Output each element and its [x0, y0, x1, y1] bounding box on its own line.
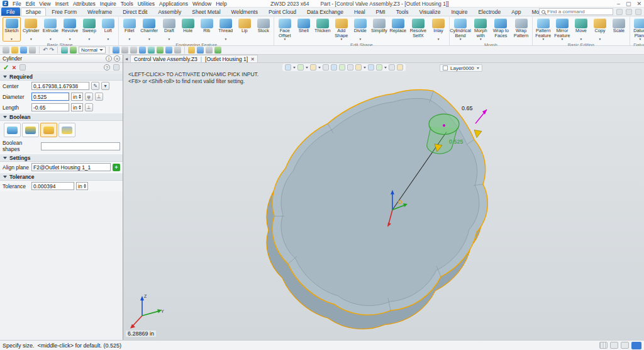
align-plane-input[interactable] [31, 163, 111, 171]
ok-button[interactable]: ✓ [3, 64, 9, 71]
visibility-icon[interactable] [368, 64, 374, 71]
section-view-icon[interactable] [174, 47, 181, 54]
tool-wrap-to-faces[interactable]: Wrap to Faces [491, 17, 511, 39]
info-icon[interactable]: i [106, 55, 112, 62]
tool-scale[interactable]: Scale [609, 17, 628, 39]
menu-insert[interactable]: Insert [55, 1, 69, 7]
layout-icon[interactable] [616, 9, 623, 15]
pan-icon[interactable] [130, 47, 137, 54]
units-indicator[interactable] [631, 342, 641, 349]
tool-add-shape[interactable]: Add Shape▾ [332, 17, 350, 42]
keyboard-icon[interactable] [599, 342, 608, 349]
tool-fillet[interactable]: Fillet▾ [120, 17, 138, 42]
color-swatch-icon[interactable] [188, 47, 195, 54]
tool-sweep[interactable]: Sweep▾ [80, 17, 98, 42]
tab-point-cloud[interactable]: Point Cloud [264, 8, 301, 16]
center-input[interactable] [31, 82, 89, 90]
phi-toggle-icon[interactable]: φ [85, 93, 93, 101]
tool-simplify[interactable]: Simplify [370, 17, 388, 39]
tab-weldments[interactable]: Weldments [226, 8, 263, 16]
boolean-add-button[interactable] [22, 123, 39, 137]
tool-morph-with-point[interactable]: Morph with Point▾ [471, 17, 491, 42]
menu-view[interactable]: View [39, 1, 50, 7]
tool-datum-plane[interactable]: Datum Plane▾ [631, 17, 644, 42]
zoom-fit-icon[interactable] [113, 47, 119, 54]
command-search[interactable] [539, 8, 613, 15]
spinner-icon[interactable] [79, 94, 81, 99]
menu-file[interactable]: File [13, 1, 21, 7]
tool-cylinder[interactable]: Cylinder▾ [21, 17, 41, 42]
rotate-view-icon[interactable] [139, 47, 146, 54]
tool-rib[interactable]: Rib [197, 17, 216, 39]
menu-attributes[interactable]: Attributes [73, 1, 96, 7]
tab-wireframe[interactable]: Wireframe [82, 8, 117, 16]
menu-edit[interactable]: Edit [26, 1, 35, 7]
render-style-icon[interactable] [376, 64, 382, 71]
tool-thicken[interactable]: Thicken [313, 17, 331, 39]
print-icon[interactable] [29, 47, 36, 54]
tab-tools[interactable]: Tools [391, 8, 414, 16]
minimize-button[interactable]: – [617, 1, 620, 7]
assembly-tab-label[interactable]: Control Valve Assembly.Z3 [134, 56, 197, 62]
open-file-icon[interactable] [11, 47, 18, 54]
help-icon[interactable] [626, 9, 632, 15]
tool-thread[interactable]: Thread▾ [216, 17, 235, 42]
options-icon[interactable]: ≡ [114, 55, 120, 62]
tool-wrap-pattern-to-faces[interactable]: Wrap Pattern to Faces [511, 17, 531, 39]
tab-data-exchange[interactable]: Data Exchange [302, 8, 348, 16]
boolean-remove-button[interactable] [40, 123, 57, 137]
section-boolean[interactable]: Boolean [0, 113, 123, 121]
filter-icon[interactable] [70, 47, 77, 54]
add-plane-icon[interactable]: + [113, 164, 120, 171]
pin-dialog-icon[interactable] [113, 64, 119, 71]
tab-visualize[interactable]: Visualize [414, 8, 446, 16]
direction-icon[interactable]: ⊥ [85, 103, 93, 111]
layer-selector[interactable]: Layer0000 [440, 64, 482, 72]
tool-hole[interactable]: Hole [179, 17, 197, 39]
spinner-icon[interactable] [79, 105, 81, 110]
shade-mode-icon[interactable] [157, 47, 164, 54]
tool-extrude[interactable]: Extrude▾ [42, 17, 60, 42]
diameter-input[interactable] [31, 93, 69, 101]
section-tolerance[interactable]: Tolerance [0, 172, 123, 181]
tool-inlay[interactable]: Inlay▾ [430, 17, 448, 42]
view-cube-icon[interactable] [323, 64, 329, 71]
snap-icon[interactable] [214, 47, 221, 54]
pan-view-icon[interactable] [347, 64, 353, 71]
tool-revolve[interactable]: Revolve▾ [60, 17, 79, 42]
tab-heal[interactable]: Heal [349, 8, 370, 16]
grid-toggle-icon[interactable] [621, 342, 629, 349]
zoom-window-icon[interactable] [121, 47, 128, 54]
tab-assembly[interactable]: Assembly [153, 8, 186, 16]
menu-applications[interactable]: Applications [159, 1, 188, 7]
menu-utilities[interactable]: Utilities [138, 1, 155, 7]
tool-replace[interactable]: Replace [389, 17, 407, 39]
apply-button[interactable] [19, 64, 26, 71]
tool-lip[interactable]: Lip [235, 17, 253, 39]
tolerance-unit-dropdown[interactable]: in [76, 182, 88, 190]
diameter-unit-dropdown[interactable]: in [71, 93, 83, 101]
menu-tools[interactable]: Tools [121, 1, 133, 7]
boolean-shapes-input[interactable] [41, 142, 120, 150]
menu-window[interactable]: Window [192, 1, 211, 7]
tool-mirror-feature[interactable]: Mirror Feature▾ [553, 17, 571, 42]
calculator-icon[interactable] [610, 342, 618, 349]
background-icon[interactable] [397, 64, 403, 71]
maximize-button[interactable]: ▢ [626, 1, 631, 7]
length-unit-dropdown[interactable]: in [71, 103, 83, 111]
tool-shell[interactable]: Shell [294, 17, 313, 39]
center-point-handle[interactable] [443, 124, 445, 127]
part-tab-label[interactable]: [Outlet Housing 1] [205, 56, 248, 62]
section-icon[interactable] [355, 64, 362, 71]
perspective-icon[interactable] [389, 64, 395, 71]
length-drag-handle[interactable] [474, 130, 482, 137]
boolean-intersect-button[interactable] [58, 123, 75, 137]
tool-chamfer[interactable]: Chamfer▾ [139, 17, 159, 42]
tab-sheet-metal[interactable]: Sheet Metal [187, 8, 225, 16]
snap-filter-icon[interactable] [297, 64, 304, 71]
menu-help[interactable]: Help [216, 1, 226, 7]
tab-nav-left-icon[interactable]: ◂ [125, 56, 128, 62]
pick-filter-dropdown[interactable]: Normal [79, 47, 106, 54]
regen-icon[interactable] [61, 47, 68, 54]
close-tab-icon[interactable]: × [251, 56, 254, 62]
